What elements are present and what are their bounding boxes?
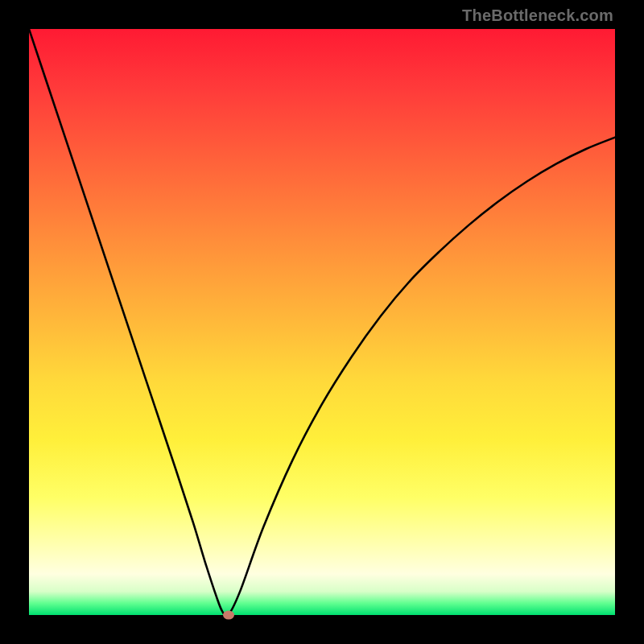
plot-area: [29, 29, 615, 615]
watermark-text: TheBottleneck.com: [462, 6, 613, 25]
chart-frame: TheBottleneck.com: [0, 0, 644, 644]
curve-svg: [29, 29, 615, 615]
bottleneck-curve: [29, 29, 615, 615]
optimum-marker: [223, 611, 234, 620]
